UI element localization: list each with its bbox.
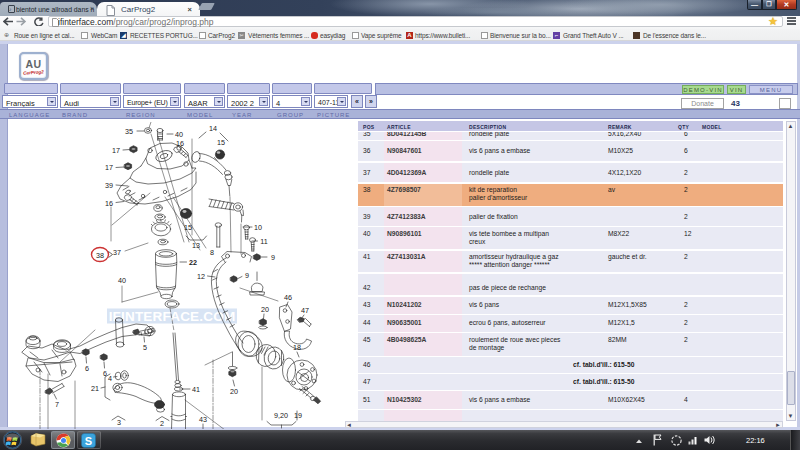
svg-text:41: 41	[192, 385, 200, 394]
svg-text:43: 43	[199, 415, 207, 424]
svg-text:2: 2	[160, 419, 164, 428]
svg-text:9: 9	[245, 271, 249, 280]
svg-text:17: 17	[112, 146, 120, 155]
svg-text:3: 3	[117, 418, 121, 427]
svg-text:16: 16	[105, 199, 113, 208]
svg-text:6: 6	[103, 369, 107, 378]
svg-text:39: 39	[105, 181, 113, 190]
svg-text:6: 6	[85, 364, 89, 373]
svg-text:17: 17	[105, 163, 113, 172]
svg-text:20: 20	[230, 387, 238, 396]
svg-text:40: 40	[118, 276, 126, 285]
svg-text:7: 7	[55, 400, 59, 409]
svg-text:8: 8	[210, 248, 214, 257]
svg-text:35: 35	[125, 127, 133, 136]
svg-text:20: 20	[261, 305, 269, 314]
svg-text:IFINTERFACE.COM: IFINTERFACE.COM	[109, 309, 236, 324]
svg-text:16: 16	[176, 139, 184, 148]
svg-text:21: 21	[91, 384, 99, 393]
svg-text:11: 11	[260, 237, 267, 246]
svg-text:9: 9	[271, 253, 275, 262]
svg-text:37: 37	[113, 248, 121, 257]
svg-text:40: 40	[175, 130, 183, 139]
svg-text:38: 38	[96, 251, 104, 260]
svg-text:4: 4	[108, 374, 112, 383]
svg-text:S: S	[85, 435, 92, 447]
svg-text:47: 47	[301, 306, 309, 315]
svg-text:22: 22	[189, 258, 197, 267]
svg-text:46: 46	[284, 293, 292, 302]
svg-text:14: 14	[209, 124, 217, 133]
svg-text:9,20: 9,20	[274, 411, 288, 420]
svg-text:18: 18	[293, 343, 301, 352]
svg-text:15: 15	[184, 223, 192, 232]
svg-text:12: 12	[197, 272, 205, 281]
svg-text:19: 19	[294, 411, 302, 420]
svg-text:10: 10	[254, 223, 262, 232]
svg-text:5: 5	[143, 343, 147, 352]
svg-text:13: 13	[192, 241, 200, 250]
svg-text:15: 15	[217, 138, 225, 147]
